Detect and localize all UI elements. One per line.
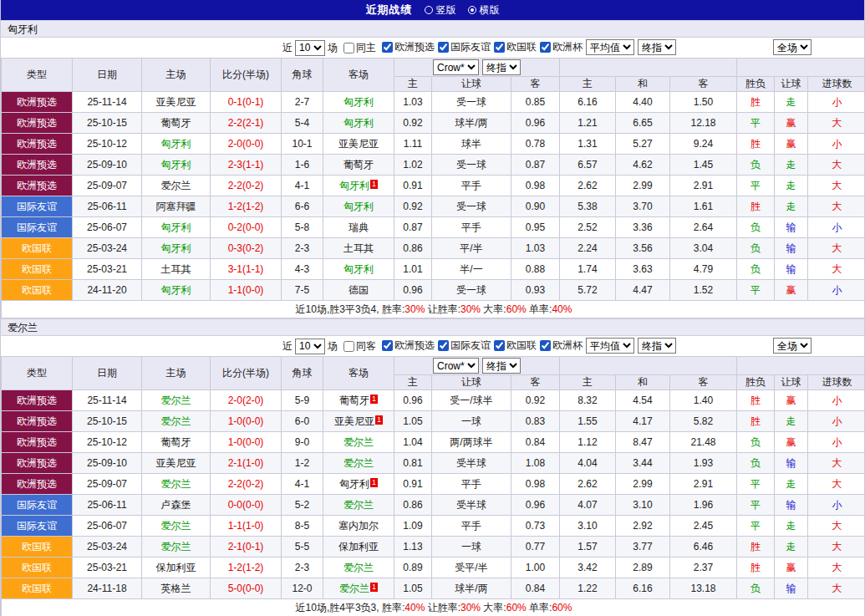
same-venue-checkbox[interactable]: 同客	[340, 339, 376, 354]
header-row-groups: 类型日期主场比分(半场)角球客场Crow*终指	[2, 357, 865, 375]
ah-odds-time-select[interactable]: 终指	[482, 358, 521, 374]
competition-type-badge: 欧洲预选	[2, 453, 73, 474]
away-team-cell: 葡萄牙	[323, 155, 394, 176]
competition-checkbox[interactable]: 欧洲预选	[379, 339, 435, 353]
ah-handicap: 平/半	[432, 238, 511, 259]
summary-stat-value: 60%	[506, 303, 527, 315]
competition-checkbox-input[interactable]	[540, 340, 551, 351]
view-option[interactable]: 横版	[468, 3, 500, 18]
result-outcome: 平	[737, 474, 775, 495]
competition-checkbox[interactable]: 欧洲预选	[379, 40, 435, 54]
team-name: 葡萄牙	[161, 117, 191, 129]
team-name: 匈牙利	[161, 159, 191, 171]
match-row: 欧洲预选25-09-07爱尔兰2-2(0-2)4-1匈牙利10.91平手0.98…	[2, 474, 865, 495]
result-outcome: 胜	[737, 196, 775, 217]
home-team-cell: 阿塞拜疆	[142, 196, 211, 217]
competition-type-badge: 欧洲预选	[2, 411, 73, 432]
ah-away-odds: 0.84	[511, 432, 560, 453]
home-team-cell: 爱尔兰	[142, 537, 211, 557]
competition-checkbox-label: 欧国联	[506, 40, 537, 54]
match-row: 国际友谊25-06-11阿塞拜疆1-2(1-2)6-6匈牙利0.92受一球0.9…	[2, 196, 865, 217]
ah-odds-time-select[interactable]: 终指	[482, 59, 521, 75]
eu-draw-odds: 3.44	[616, 453, 670, 474]
column-subheader: 客	[511, 375, 560, 390]
eu-home-odds: 2.62	[560, 176, 616, 196]
filter-row: 近 10 场 同主 欧洲预选国际友谊欧国联欧洲杯 平均值 终指 全场	[1, 38, 864, 58]
corner-score: 2-3	[282, 238, 323, 259]
recent-suffix-label: 场	[328, 339, 338, 354]
radio-icon[interactable]	[468, 6, 476, 14]
fulltime-scope-select[interactable]: 全场	[773, 338, 812, 354]
ah-home-odds: 1.02	[394, 155, 432, 176]
result-goals: 大	[808, 557, 865, 578]
match-score: 2-1(1-0)	[211, 453, 282, 474]
result-outcome: 负	[737, 453, 775, 474]
team-name: 保加利亚	[338, 541, 379, 552]
competition-checkbox[interactable]: 欧洲杯	[537, 339, 583, 353]
corner-score: 7-5	[282, 280, 323, 301]
ah-handicap: 球半	[432, 134, 511, 155]
competition-checkbox-input[interactable]	[494, 42, 505, 53]
ah-odds-source-select[interactable]: Crow*	[433, 59, 479, 75]
team-name: 瑞典	[349, 221, 369, 233]
fulltime-group-header	[737, 357, 865, 375]
same-venue-checkbox[interactable]: 同主	[340, 41, 376, 55]
corner-score: 2-7	[282, 92, 323, 113]
competition-checkbox[interactable]: 国际友谊	[435, 339, 491, 353]
eu-away-odds: 4.79	[670, 259, 737, 280]
radio-icon[interactable]	[425, 6, 433, 14]
same-venue-checkbox-input[interactable]	[343, 43, 354, 53]
match-date: 25-10-12	[73, 432, 142, 453]
competition-checkbox-input[interactable]	[382, 42, 393, 53]
ah-home-odds: 0.96	[394, 390, 432, 411]
ah-away-odds: 1.08	[511, 453, 560, 474]
eu-odds-time-select[interactable]: 终指	[638, 39, 676, 55]
recent-count-select[interactable]: 10	[295, 339, 325, 354]
ah-home-odds: 1.05	[394, 411, 432, 432]
competition-checkbox[interactable]: 欧国联	[491, 40, 537, 54]
eu-odds-source-select[interactable]: 平均值	[586, 39, 634, 55]
match-row: 欧洲预选25-10-15葡萄牙2-2(2-1)5-4匈牙利0.92球半/两0.9…	[2, 113, 865, 134]
column-subheader: 让球	[432, 77, 511, 92]
match-row: 欧洲预选25-11-14爱尔兰2-0(2-0)5-9葡萄牙10.96受一/球半0…	[2, 390, 865, 411]
ah-handicap: 平手	[432, 176, 511, 196]
summary-stat-value: 30%	[405, 303, 425, 315]
eu-away-odds: 1.40	[670, 390, 737, 411]
match-score: 2-2(2-1)	[211, 113, 282, 134]
competition-checkbox[interactable]: 国际友谊	[435, 40, 491, 54]
result-goals: 小	[808, 411, 865, 432]
competition-checkbox-input[interactable]	[540, 42, 551, 53]
result-outcome: 负	[737, 259, 775, 280]
view-option[interactable]: 竖版	[425, 3, 456, 18]
competition-checkbox-input[interactable]	[438, 340, 449, 351]
team-name: 亚美尼亚	[156, 96, 196, 108]
match-score: 2-2(0-2)	[211, 176, 282, 196]
competition-checkbox[interactable]: 欧国联	[491, 339, 537, 353]
ah-odds-source-select[interactable]: Crow*	[433, 358, 479, 374]
recent-count-select[interactable]: 10	[295, 40, 325, 56]
result-outcome: 胜	[737, 537, 775, 557]
result-goals: 大	[808, 453, 865, 474]
eu-away-odds: 12.18	[670, 113, 737, 134]
column-subheader: 和	[616, 77, 670, 92]
eu-odds-source-select[interactable]: 平均值	[586, 338, 634, 354]
ah-home-odds: 0.81	[394, 453, 432, 474]
match-score: 1-1(1-0)	[211, 516, 282, 537]
corner-score: 2-3	[282, 557, 323, 578]
same-venue-checkbox-input[interactable]	[343, 341, 354, 352]
competition-checkbox-input[interactable]	[438, 42, 449, 53]
sections-container: 匈牙利 近 10 场 同主 欧洲预选国际友谊欧国联欧洲杯 平均值 终指 全场	[1, 20, 864, 616]
eu-home-odds: 6.16	[560, 92, 616, 113]
competition-checkbox-input[interactable]	[494, 340, 505, 351]
eu-odds-time-select[interactable]: 终指	[638, 338, 676, 354]
result-handicap: 赢	[775, 134, 808, 155]
fulltime-scope-select[interactable]: 全场	[773, 39, 812, 55]
competition-checkbox-input[interactable]	[382, 340, 393, 351]
column-subheader: 客	[670, 375, 737, 390]
team-name: 德国	[349, 284, 369, 296]
competition-type-badge: 欧洲预选	[2, 134, 73, 155]
competition-filters: 欧洲预选国际友谊欧国联欧洲杯	[379, 339, 583, 354]
competition-checkbox[interactable]: 欧洲杯	[537, 40, 583, 54]
page-title: 近期战绩	[366, 3, 413, 18]
summary-row: 近10场,胜4平3负3, 胜率:40% 让胜率:30% 大率:60% 单率:60…	[2, 599, 865, 616]
